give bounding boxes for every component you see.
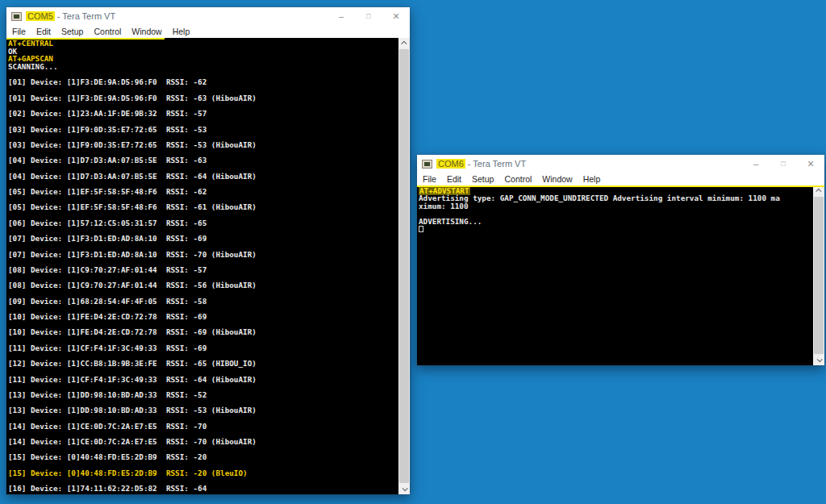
terminal-screen[interactable]: AT+ADVSTARTAdvertising type: GAP_CONN_MO… <box>417 185 824 365</box>
terminal-line <box>419 225 811 232</box>
yellow-highlight-marker <box>6 38 165 40</box>
terminal-line: AT+CENTRAL <box>8 40 397 48</box>
terminal-line: ximum: 1100 <box>419 202 811 210</box>
terminal-line: SCANNING... <box>8 63 397 71</box>
terminal-screen[interactable]: AT+CENTRALOKAT+GAPSCANSCANNING... [01] D… <box>6 38 410 494</box>
terminal-line: [01] Device: [1]F3:DE:9A:D5:96:F0 RSSI: … <box>8 94 397 102</box>
vertical-scrollbar[interactable] <box>813 185 824 365</box>
vertical-scrollbar[interactable] <box>398 38 410 494</box>
terminal-line: [03] Device: [1]F9:0D:35:E7:72:65 RSSI: … <box>8 126 397 134</box>
menu-help[interactable]: Help <box>173 27 190 36</box>
terminal-output: AT+ADVSTARTAdvertising type: GAP_CONN_MO… <box>419 187 811 232</box>
menu-bar: FileEditSetupControlWindowHelp <box>6 25 410 38</box>
text-cursor <box>419 226 423 232</box>
terminal-line: [10] Device: [1]FE:D4:2E:CD:72:78 RSSI: … <box>8 313 397 321</box>
terminal-line: [13] Device: [1]DD:98:10:BD:AD:33 RSSI: … <box>8 406 397 414</box>
teraterm-app-icon <box>11 12 22 21</box>
menu-window[interactable]: Window <box>131 27 161 36</box>
terminal-line: [11] Device: [1]CF:F4:1F:3C:49:33 RSSI: … <box>8 376 397 384</box>
titlebar[interactable]: COM6 - Tera Term VT – □ × <box>417 155 824 173</box>
menu-edit[interactable]: Edit <box>36 27 51 36</box>
window-title: COM6 - Tera Term VT <box>436 159 526 169</box>
terminal-line: [15] Device: [0]40:48:FD:E5:2D:B9 RSSI: … <box>8 469 397 477</box>
menu-edit[interactable]: Edit <box>447 174 461 184</box>
terminal-line: [11] Device: [1]CF:F4:1F:3C:49:33 RSSI: … <box>8 344 397 352</box>
menu-control[interactable]: Control <box>94 27 121 36</box>
scrollbar-thumb[interactable] <box>814 197 824 354</box>
terminal-line: [10] Device: [1]FE:D4:2E:CD:72:78 RSSI: … <box>8 328 397 336</box>
terminal-line: [07] Device: [1]F3:D1:ED:AD:8A:10 RSSI: … <box>8 235 397 243</box>
terminal-line: [05] Device: [1]EF:5F:58:5F:48:F6 RSSI: … <box>8 188 397 196</box>
terminal-window-com5: COM5 - Tera Term VT – □ × FileEditSetupC… <box>6 7 410 494</box>
terminal-line <box>8 493 397 494</box>
minimize-icon: – <box>339 11 344 21</box>
maximize-icon: □ <box>366 12 370 20</box>
menu-file[interactable]: File <box>423 174 436 184</box>
chevron-up-icon <box>401 41 407 47</box>
terminal-line: [14] Device: [1]CE:0D:7C:2A:E7:E5 RSSI: … <box>8 438 397 446</box>
chevron-down-icon <box>402 485 407 491</box>
terminal-line: OK <box>8 48 397 56</box>
menu-file[interactable]: File <box>12 27 26 36</box>
menu-window[interactable]: Window <box>542 174 572 184</box>
menu-setup[interactable]: Setup <box>61 27 83 36</box>
close-icon: × <box>807 157 814 170</box>
menu-setup[interactable]: Setup <box>472 174 494 184</box>
terminal-line: [02] Device: [1]23:AA:1F:DE:9B:32 RSSI: … <box>8 110 397 118</box>
window-controls: – □ × <box>327 7 410 25</box>
terminal-line: [09] Device: [1]68:28:54:4F:4F:05 RSSI: … <box>8 298 397 306</box>
title-suffix: - Tera Term VT <box>465 159 526 169</box>
window-title: COM5 - Tera Term VT <box>26 11 115 21</box>
teraterm-app-icon <box>422 160 432 169</box>
terminal-line: [05] Device: [1]EF:5F:58:5F:48:F6 RSSI: … <box>8 203 397 211</box>
yellow-highlight-marker <box>417 185 824 187</box>
close-button[interactable]: × <box>797 155 824 173</box>
chevron-down-icon <box>816 356 822 362</box>
close-icon: × <box>393 10 399 23</box>
terminal-line: [03] Device: [1]F9:0D:35:E7:72:65 RSSI: … <box>8 141 397 149</box>
terminal-line: [12] Device: [1]CC:B8:1B:9B:3E:FE RSSI: … <box>8 360 397 368</box>
terminal-line: AT+GAPSCAN <box>8 55 397 63</box>
menu-bar: FileEditSetupControlWindowHelp <box>417 173 824 185</box>
terminal-window-com6: COM6 - Tera Term VT – □ × FileEditSetupC… <box>417 155 824 365</box>
maximize-button[interactable]: □ <box>770 155 797 173</box>
terminal-line: [08] Device: [1]C9:70:27:AF:01:44 RSSI: … <box>8 266 397 274</box>
terminal-output: AT+CENTRALOKAT+GAPSCANSCANNING... [01] D… <box>8 40 397 494</box>
terminal-line: [04] Device: [1]D7:D3:AA:07:B5:5E RSSI: … <box>8 156 397 165</box>
minimize-icon: – <box>753 159 758 169</box>
terminal-line: [13] Device: [1]DD:98:10:BD:AD:33 RSSI: … <box>8 391 397 399</box>
scrollbar-thumb[interactable] <box>399 49 409 483</box>
terminal-line: [04] Device: [1]D7:D3:AA:07:B5:5E RSSI: … <box>8 173 397 181</box>
scroll-down-button[interactable] <box>398 484 410 494</box>
maximize-button[interactable]: □ <box>355 7 382 25</box>
terminal-line: [08] Device: [1]C9:70:27:AF:01:44 RSSI: … <box>8 281 397 289</box>
chevron-up-icon <box>816 189 821 194</box>
port-highlight: COM5 <box>26 11 55 21</box>
close-button[interactable]: × <box>382 7 410 25</box>
terminal-line: [16] Device: [1]74:11:62:22:D5:82 RSSI: … <box>8 485 397 493</box>
terminal-line: [06] Device: [1]57:12:C5:05:31:57 RSSI: … <box>8 219 397 227</box>
menu-control[interactable]: Control <box>504 174 532 184</box>
desktop: { "window_controls": { "minimize": "–", … <box>0 0 826 504</box>
window-controls: – □ × <box>742 155 824 173</box>
minimize-button[interactable]: – <box>742 155 770 173</box>
terminal-line: [07] Device: [1]F3:D1:ED:AD:8A:10 RSSI: … <box>8 251 397 259</box>
terminal-line: [14] Device: [1]CE:0D:7C:2A:E7:E5 RSSI: … <box>8 423 397 431</box>
port-highlight: COM6 <box>436 159 465 169</box>
terminal-line: Advertising type: GAP_CONN_MODE_UNDIRECT… <box>419 194 811 202</box>
menu-help[interactable]: Help <box>583 174 601 184</box>
maximize-icon: □ <box>781 160 785 168</box>
scroll-up-button[interactable] <box>398 38 410 48</box>
terminal-line: [01] Device: [1]F3:DE:9A:D5:96:F0 RSSI: … <box>8 78 397 86</box>
titlebar[interactable]: COM5 - Tera Term VT – □ × <box>6 7 410 25</box>
title-suffix: - Tera Term VT <box>55 11 115 21</box>
terminal-line: ADVERTISING... <box>419 218 811 225</box>
minimize-button[interactable]: – <box>327 7 355 25</box>
scroll-down-button[interactable] <box>813 355 824 365</box>
terminal-line: [15] Device: [0]40:48:FD:E5:2D:B9 RSSI: … <box>8 453 397 461</box>
